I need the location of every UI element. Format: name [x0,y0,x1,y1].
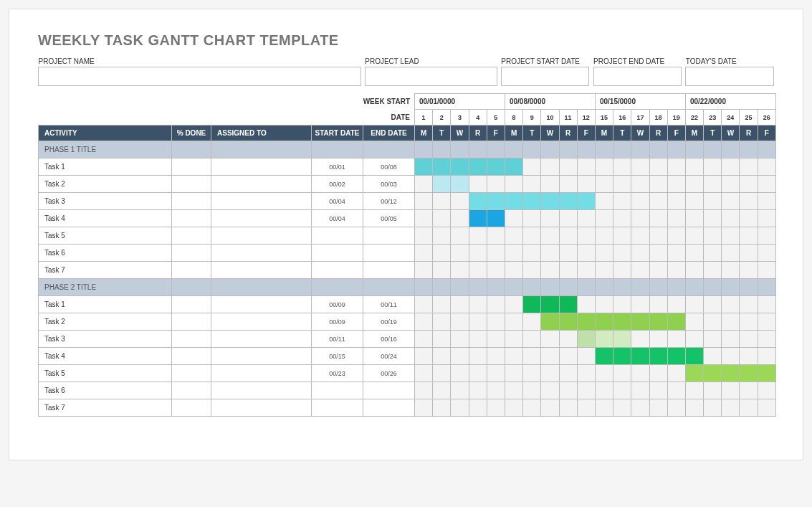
table-row: Task 7 [39,262,776,279]
table-row: Task 6 [39,382,776,399]
table-row: Task 1 00/01 00/08 [39,158,776,176]
week-start-row: WEEK START 00/01/0000 00/08/0000 00/15/0… [39,94,776,110]
project-start-label: PROJECT START DATE [501,56,589,67]
date-numbers-row: DATE 1 2 3 4 5 8 9 10 11 12 15 16 17 18 … [39,110,776,125]
week-start-4: 00/22/0000 [685,94,775,110]
pct-done-header: % DONE [172,125,211,141]
gantt-table: WEEK START 00/01/0000 00/08/0000 00/15/0… [38,93,776,417]
phase-1-row: PHASE 1 TITLE [39,141,776,158]
table-row: Task 7 [39,399,776,417]
table-row: Task 2 00/02 00/03 [39,176,776,193]
today-input[interactable] [686,67,774,86]
table-row: Task 3 00/04 00/12 [39,193,776,210]
column-headers-row: ACTIVITY % DONE ASSIGNED TO START DATE E… [39,125,776,141]
table-row: Task 5 00/23 00/26 [39,365,776,382]
page-container: WEEKLY TASK GANTT CHART TEMPLATE PROJECT… [9,9,803,460]
project-lead-input[interactable] [365,67,497,86]
table-row: Task 4 00/15 00/24 [39,348,776,365]
week-start-2: 00/08/0000 [505,94,595,110]
table-row: Task 6 [39,245,776,262]
start-date-header: START DATE [312,125,363,141]
week-start-1: 00/01/0000 [415,94,505,110]
project-end-label: PROJECT END DATE [593,56,682,67]
week-start-label: WEEK START [363,94,415,110]
phase-2-row: PHASE 2 TITLE [39,279,776,296]
phase-1-title: PHASE 1 TITLE [39,141,172,158]
activity-header: ACTIVITY [39,125,172,141]
project-lead-label: PROJECT LEAD [365,56,497,67]
date-label: DATE [363,110,415,125]
phase-2-title: PHASE 2 TITLE [39,279,172,296]
today-label: TODAY'S DATE [686,56,774,67]
end-date-header: END DATE [363,125,415,141]
assigned-header: ASSIGNED TO [211,125,312,141]
table-row: Task 1 00/09 00/11 [39,296,776,313]
project-name-input[interactable] [39,67,361,86]
project-meta: PROJECT NAME PROJECT LEAD PROJECT START … [38,56,774,86]
week-start-3: 00/15/0000 [595,94,685,110]
project-name-label: PROJECT NAME [39,56,361,67]
table-row: Task 4 00/04 00/05 [39,210,776,227]
page-title: WEEKLY TASK GANTT CHART TEMPLATE [38,32,774,49]
project-end-input[interactable] [593,67,682,86]
table-row: Task 2 00/09 00/19 [39,313,776,331]
project-start-input[interactable] [501,67,589,86]
table-row: Task 5 [39,227,776,245]
table-row: Task 3 00/11 00/16 [39,331,776,348]
